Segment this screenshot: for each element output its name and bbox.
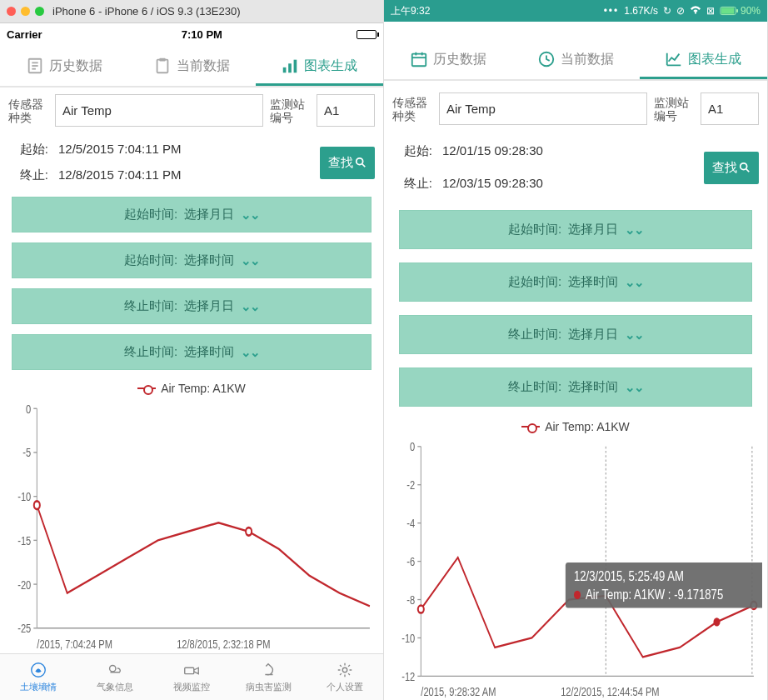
svg-text:-6: -6 [406,554,415,568]
line-chart-right[interactable]: 0-2-4-6-8-10-1212/3/2015, 5:25:49 AMAir … [384,440,767,700]
chevron-double-down-icon: ⌄⌄ [241,208,259,222]
microscope-icon [259,661,277,679]
picker-end-time[interactable]: 终止时间:选择时间⌄⌄ [12,334,372,370]
svg-rect-5 [157,60,168,73]
station-id-field[interactable]: A1 [317,94,375,127]
chart-legend: Air Temp: A1KW [0,375,383,402]
tab-history[interactable]: 历史数据 [384,38,511,79]
svg-text:/2015, 7:04:24 PM: /2015, 7:04:24 PM [37,638,112,652]
tabbar-soil[interactable]: 土壤墒情 [0,654,77,700]
svg-rect-36 [721,8,735,13]
calendar-icon [410,50,428,68]
gear-icon [336,661,354,679]
picker-start-time[interactable]: 起始时间:选择时间⌄⌄ [12,242,372,278]
tab-current[interactable]: 当前数据 [127,45,255,86]
svg-point-43 [741,163,747,170]
svg-point-67 [574,591,581,599]
window-zoom-icon[interactable] [35,7,44,16]
tabbar-video[interactable]: 视频监控 [153,654,230,700]
chevron-double-down-icon: ⌄⌄ [625,328,643,342]
end-label: 终止: [8,168,48,183]
picker-end-date[interactable]: 终止时间:选择月日⌄⌄ [12,288,372,324]
picker-start-date[interactable]: 起始时间:选择月日⌄⌄ [399,210,752,249]
svg-text:-10: -10 [17,489,31,503]
network-speed: 1.67K/s [624,5,658,17]
svg-line-44 [746,169,750,172]
dnd-icon: ⊘ [676,5,685,17]
svg-text:12/2/2015, 12:44:54 PM: 12/2/2015, 12:44:54 PM [561,684,659,698]
tab-chart[interactable]: 图表生成 [256,45,383,86]
chevron-double-down-icon: ⌄⌄ [241,253,259,268]
svg-text:-5: -5 [22,446,31,460]
legend-label: Air Temp: A1KW [161,382,246,395]
search-icon [355,157,367,168]
wifi-icon [690,5,701,18]
picker-end-date[interactable]: 终止时间:选择月日⌄⌄ [399,315,752,354]
svg-text:0: 0 [410,440,415,453]
status-time: 上午9:32 [391,4,430,18]
end-label: 终止: [392,176,432,192]
picker-start-date[interactable]: 起始时间:选择月日⌄⌄ [12,197,372,232]
tab-current-label: 当前数据 [177,58,230,75]
search-button[interactable]: 查找 [704,152,759,184]
document-icon [26,57,44,75]
svg-rect-32 [185,668,194,673]
station-id-label: 监测站 编号 [654,96,694,122]
sensor-type-label: 传感器 种类 [392,96,432,122]
tab-history[interactable]: 历史数据 [0,45,127,86]
station-id-label: 监测站 编号 [270,98,310,124]
picker-end-time[interactable]: 终止时间:选择时间⌄⌄ [399,368,752,407]
chart-legend: Air Temp: A1KW [384,413,767,440]
tabbar-pest[interactable]: 病虫害监测 [230,654,307,700]
svg-rect-6 [159,58,165,62]
search-button[interactable]: 查找 [320,147,375,179]
android-status-bar: 上午9:32 ••• 1.67K/s ↻ ⊘ ⊠ 90% [384,0,767,22]
svg-point-31 [110,666,116,672]
sensor-type-field[interactable]: Air Temp [55,94,263,127]
svg-text:Air Temp: A1KW : -9.171875: Air Temp: A1KW : -9.171875 [586,586,723,602]
legend-label: Air Temp: A1KW [545,420,630,433]
svg-text:-15: -15 [17,533,31,548]
ios-status-bar: Carrier 7:10 PM [0,23,383,45]
svg-text:-12: -12 [401,669,415,683]
tabbar-settings[interactable]: 个人设置 [307,654,383,700]
tab-chart[interactable]: 图表生成 [640,38,767,79]
legend-marker-icon [137,384,156,392]
battery-icon: 90% [720,5,761,17]
tab-current[interactable]: 当前数据 [511,38,639,79]
start-label: 起始: [8,142,48,158]
sensor-type-label: 传感器 种类 [8,98,48,124]
line-chart-left[interactable]: 0-5-10-15-20-25/2015, 7:04:24 PM12/8/201… [0,402,383,653]
window-close-icon[interactable] [7,7,16,16]
station-id-field[interactable]: A1 [701,92,759,125]
window-minimize-icon[interactable] [21,7,30,16]
search-button-label: 查找 [328,155,353,171]
svg-point-26 [34,501,40,509]
sync-icon: ↻ [663,5,671,17]
picker-start-time[interactable]: 起始时间:选择时间⌄⌄ [399,262,752,302]
carrier-label: Carrier [7,28,42,41]
svg-text:-8: -8 [406,592,415,607]
tab-current-label: 当前数据 [561,51,614,68]
signal-icon: ⊠ [706,5,715,17]
battery-icon [357,30,377,39]
tab-chart-label: 图表生成 [688,51,741,68]
search-icon [739,162,751,173]
tabbar-weather[interactable]: 气象信息 [77,654,153,700]
bar-chart-icon [281,57,299,75]
svg-rect-7 [283,68,287,72]
search-button-label: 查找 [712,160,737,176]
svg-text:12/3/2015, 5:25:49 AM: 12/3/2015, 5:25:49 AM [574,568,684,583]
leaf-icon [29,661,47,679]
chevron-double-down-icon: ⌄⌄ [625,380,643,395]
sensor-type-field[interactable]: Air Temp [439,92,647,125]
svg-point-33 [342,668,347,672]
chevron-double-down-icon: ⌄⌄ [625,222,643,238]
ios-tabbar: 土壤墒情 气象信息 视频监控 病虫害监测 个人设置 [0,653,383,700]
tab-history-label: 历史数据 [49,58,102,75]
svg-text:12/8/2015, 2:32:18 PM: 12/8/2015, 2:32:18 PM [177,638,270,652]
svg-point-27 [246,528,252,536]
start-label: 起始: [392,143,432,159]
svg-text:0: 0 [26,402,31,416]
weather-icon [106,661,124,679]
